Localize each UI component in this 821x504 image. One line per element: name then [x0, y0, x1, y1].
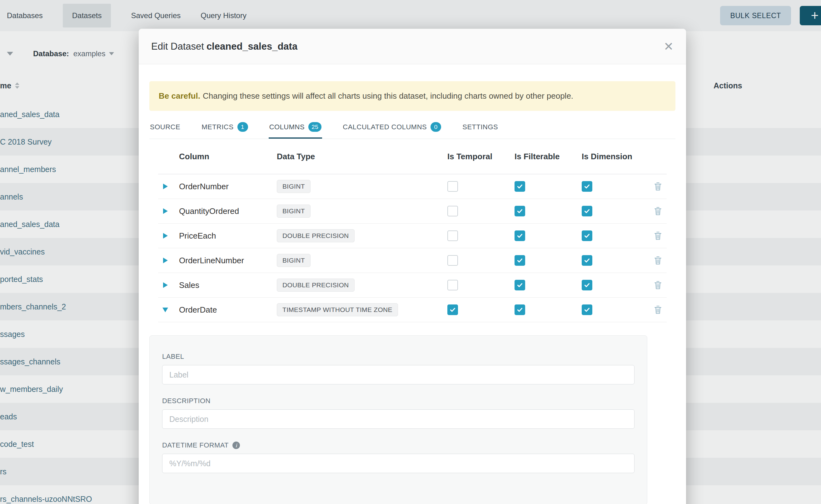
is-filterable-checkbox[interactable]: [515, 280, 525, 290]
is-temporal-checkbox[interactable]: [448, 206, 458, 216]
modal-title-prefix: Edit Dataset: [151, 41, 204, 52]
column-name: OrderNumber: [172, 182, 272, 191]
field-datetime-format: DATETIME FORMATi: [162, 441, 635, 473]
caret-right-icon[interactable]: [163, 233, 168, 239]
column-name: OrderLineNumber: [172, 256, 272, 265]
field-label: DATETIME FORMAT: [162, 441, 229, 449]
column-header-is-temporal: Is Temporal: [448, 152, 515, 161]
tab-label: CALCULATED COLUMNS: [343, 123, 427, 131]
field-label: DESCRIPTION: [162, 397, 210, 405]
tab-settings[interactable]: SETTINGS: [462, 117, 499, 139]
tab-columns[interactable]: COLUMNS25: [269, 117, 322, 139]
caret-right-icon[interactable]: [163, 282, 168, 288]
data-type-pill: BIGINT: [277, 205, 310, 218]
trash-icon[interactable]: [653, 231, 663, 241]
is-temporal-checkbox[interactable]: [448, 255, 458, 266]
column-header-is-filterable: Is Filterable: [515, 152, 582, 161]
tab-count-badge: 25: [308, 122, 321, 132]
trash-icon[interactable]: [653, 280, 663, 290]
columns-table-body: OrderNumberBIGINTQuantityOrderedBIGINTPr…: [158, 174, 667, 322]
is-filterable-checkbox[interactable]: [515, 255, 525, 266]
label-input[interactable]: [162, 365, 635, 384]
is-temporal-checkbox[interactable]: [448, 304, 458, 315]
is-temporal-checkbox[interactable]: [448, 181, 458, 192]
modal-body: Be careful.Changing these settings will …: [139, 81, 686, 504]
data-type-pill: TIMESTAMP WITHOUT TIME ZONE: [277, 303, 398, 316]
is-filterable-checkbox[interactable]: [515, 304, 525, 315]
is-dimension-checkbox[interactable]: [582, 181, 592, 192]
column-row-sales: SalesDOUBLE PRECISION: [158, 273, 667, 298]
is-dimension-checkbox[interactable]: [582, 230, 592, 241]
trash-icon[interactable]: [653, 255, 663, 265]
column-name: Sales: [172, 280, 272, 290]
data-type-pill: BIGINT: [277, 254, 310, 267]
is-filterable-checkbox[interactable]: [515, 230, 525, 241]
is-filterable-checkbox[interactable]: [515, 206, 525, 216]
field-label: LABEL: [162, 353, 635, 384]
is-dimension-checkbox[interactable]: [582, 280, 592, 290]
trash-icon[interactable]: [653, 206, 663, 216]
modal-title-dataset-name: cleaned_sales_data: [206, 41, 297, 52]
tab-calculated-columns[interactable]: CALCULATED COLUMNS0: [342, 117, 442, 139]
data-type-pill: BIGINT: [277, 180, 310, 193]
is-filterable-checkbox[interactable]: [515, 181, 525, 192]
modal-header: Edit Datasetcleaned_sales_data ✕: [139, 29, 686, 64]
column-row-quantityordered: QuantityOrderedBIGINT: [158, 199, 667, 224]
is-temporal-checkbox[interactable]: [448, 280, 458, 290]
caret-right-icon[interactable]: [163, 208, 168, 214]
description-input[interactable]: [162, 409, 635, 429]
modal-tabs: SOURCEMETRICS1COLUMNS25CALCULATED COLUMN…: [149, 117, 675, 139]
field-label: LABEL: [162, 353, 184, 361]
tab-label: METRICS: [201, 123, 234, 131]
column-header-column: Column: [172, 152, 272, 161]
column-name: PriceEach: [172, 231, 272, 241]
info-icon[interactable]: i: [232, 442, 240, 449]
caret-right-icon[interactable]: [163, 184, 168, 189]
tab-label: SOURCE: [150, 123, 180, 131]
data-type-pill: DOUBLE PRECISION: [277, 279, 354, 292]
tab-source[interactable]: SOURCE: [149, 117, 181, 139]
tab-count-badge: 1: [237, 122, 248, 132]
columns-table-header-row: Column Data Type Is Temporal Is Filterab…: [158, 139, 667, 174]
tab-count-badge: 0: [431, 122, 441, 132]
column-row-orderlinenumber: OrderLineNumberBIGINT: [158, 248, 667, 273]
trash-icon[interactable]: [653, 305, 663, 315]
caret-right-icon[interactable]: [163, 258, 168, 263]
is-dimension-checkbox[interactable]: [582, 304, 592, 315]
is-temporal-checkbox[interactable]: [448, 230, 458, 241]
edit-dataset-modal: Edit Datasetcleaned_sales_data ✕ Be care…: [139, 29, 686, 504]
datetime-format-input[interactable]: [162, 454, 635, 473]
column-editor-panel: LABELDESCRIPTIONDATETIME FORMATi: [149, 335, 647, 504]
column-header-data-type: Data Type: [272, 152, 448, 161]
tab-label: SETTINGS: [463, 123, 498, 131]
warning-banner-bold: Be careful.: [159, 91, 200, 101]
caret-down-icon[interactable]: [162, 308, 168, 312]
tab-metrics[interactable]: METRICS1: [201, 117, 249, 139]
data-type-pill: DOUBLE PRECISION: [277, 229, 354, 242]
trash-icon[interactable]: [653, 181, 663, 191]
tab-label: COLUMNS: [269, 123, 305, 131]
column-name: QuantityOrdered: [172, 206, 272, 216]
column-header-is-dimension: Is Dimension: [582, 152, 649, 161]
columns-table: Column Data Type Is Temporal Is Filterab…: [158, 139, 667, 322]
field-description: DESCRIPTION: [162, 397, 635, 429]
close-icon[interactable]: ✕: [664, 41, 674, 52]
column-row-orderdate: OrderDateTIMESTAMP WITHOUT TIME ZONE: [158, 298, 667, 322]
column-row-priceeach: PriceEachDOUBLE PRECISION: [158, 224, 667, 248]
is-dimension-checkbox[interactable]: [582, 206, 592, 216]
column-row-ordernumber: OrderNumberBIGINT: [158, 174, 667, 199]
warning-banner: Be careful.Changing these settings will …: [149, 81, 675, 111]
is-dimension-checkbox[interactable]: [582, 255, 592, 266]
warning-banner-text: Changing these settings will affect all …: [203, 91, 573, 101]
modal-title: Edit Datasetcleaned_sales_data: [151, 41, 297, 52]
column-name: OrderDate: [172, 305, 272, 315]
